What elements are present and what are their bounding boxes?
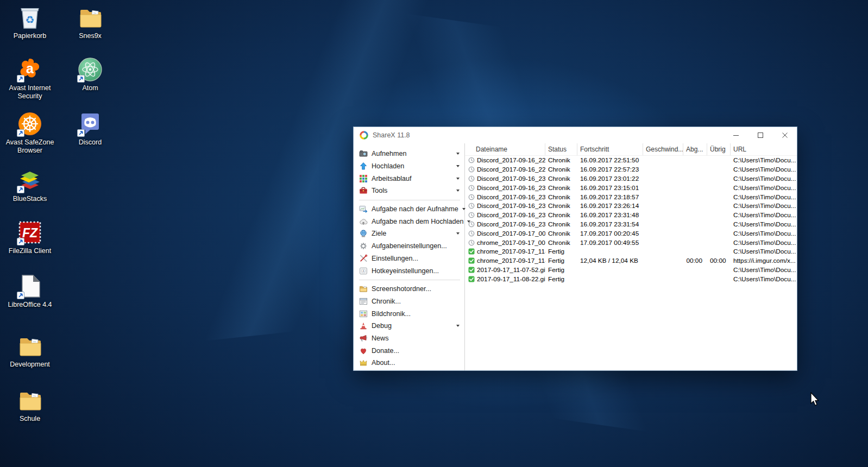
menu-separator xyxy=(359,280,460,280)
cell-url: C:\Users\Timo\Docu... xyxy=(731,266,797,274)
task-row[interactable]: Discord_2017-09-16_23-...Chronik16.09.20… xyxy=(465,174,797,184)
task-row[interactable]: 2017-09-17_11-07-52.gifFertigC:\Users\Ti… xyxy=(465,266,797,275)
cell-filename: Discord_2017-09-17_00-... xyxy=(465,230,545,237)
task-row[interactable]: chrome_2017-09-17_00-...Chronik17.09.201… xyxy=(465,238,797,247)
history-icon xyxy=(468,185,475,191)
task-row[interactable]: Discord_2017-09-16_23-...Chronik16.09.20… xyxy=(465,211,797,220)
cell-filename: 2017-09-17_11-08-22.gif xyxy=(465,275,545,283)
menu-item-debug[interactable]: Debug xyxy=(354,320,464,332)
close-button[interactable] xyxy=(772,127,797,143)
filename-text: 2017-09-17_11-08-22.gif xyxy=(477,275,545,283)
column-header-dateiname[interactable]: Dateiname xyxy=(465,143,545,155)
desktop[interactable]: ♻PapierkorbSnes9xaAvast Internet Securit… xyxy=(0,0,868,467)
cell-status: Chronik xyxy=(545,184,577,192)
menu-item-news[interactable]: News xyxy=(354,332,464,345)
about-icon xyxy=(359,358,368,367)
menu-item-aufgabe-nach-dem-hochladen[interactable]: Aufgabe nach dem Hochladen xyxy=(354,215,464,228)
column-header-fortschritt[interactable]: Fortschritt xyxy=(577,143,643,155)
desktop-icon-avast-internet-security[interactable]: aAvast Internet Security xyxy=(5,56,55,100)
dropdown-arrow-icon xyxy=(456,165,460,167)
cell-url: C:\Users\Timo\Docu... xyxy=(731,184,797,192)
minimize-button[interactable] xyxy=(724,127,748,143)
discord-icon xyxy=(77,111,103,137)
cell-progress: 16.09.2017 22:51:50 xyxy=(577,156,643,164)
desktop-icon-label: BlueStacks xyxy=(2,195,58,203)
cell-status: Fertig xyxy=(545,257,577,264)
task-row[interactable]: chrome_2017-09-17_11-...FertigC:\Users\T… xyxy=(465,247,797,256)
desktop-icon-snes9x[interactable]: Snes9x xyxy=(65,4,115,40)
menu-item-about[interactable]: About... xyxy=(354,357,464,369)
cell-progress: 17.09.2017 00:49:55 xyxy=(577,239,643,247)
desktop-icon-schule[interactable]: Schule xyxy=(5,387,55,423)
task-row[interactable]: Discord_2017-09-16_23-...Chronik16.09.20… xyxy=(465,183,797,192)
sharex-logo-icon xyxy=(360,131,368,140)
desktop-icon-label: Atom xyxy=(62,84,118,92)
desktop-icon-bluestacks[interactable]: BlueStacks xyxy=(5,167,55,203)
cell-status: Chronik xyxy=(545,193,577,201)
task-row[interactable]: Discord_2017-09-16_23-...Chronik16.09.20… xyxy=(465,201,797,211)
cell-progress: 16.09.2017 23:18:57 xyxy=(577,193,643,201)
cell-progress: 16.09.2017 22:57:23 xyxy=(577,166,643,173)
titlebar[interactable]: ShareX 11.8 xyxy=(354,127,797,143)
shortcut-arrow-icon xyxy=(17,238,24,245)
desktop-icon-avast-safezone-browser[interactable]: Avast SafeZone Browser xyxy=(5,111,55,155)
desktop-icon-label: Papierkorb xyxy=(2,32,58,40)
task-row[interactable]: Discord_2017-09-16_22-...Chronik16.09.20… xyxy=(465,165,797,174)
task-row[interactable]: Discord_2017-09-16_23-...Chronik16.09.20… xyxy=(465,192,797,201)
cell-url: C:\Users\Timo\Docu... xyxy=(731,275,797,283)
column-header-abg[interactable]: Abg... xyxy=(683,143,707,155)
menu-item-hotkeyeinstellungen[interactable]: AHotkeyeinstellungen... xyxy=(354,264,464,277)
menu-item-aufnehmen[interactable]: Aufnehmen xyxy=(354,148,464,160)
cell-url: C:\Users\Timo\Docu... xyxy=(731,193,797,201)
column-header-status[interactable]: Status xyxy=(545,143,577,155)
cell-progress: 16.09.2017 23:15:01 xyxy=(577,184,643,192)
image-history-icon xyxy=(359,310,368,318)
cell-status: Chronik xyxy=(545,230,577,237)
menu-item-label: Ziele xyxy=(372,230,386,237)
task-row[interactable]: Discord_2017-09-17_00-...Chronik17.09.20… xyxy=(465,229,797,238)
column-header-übrig[interactable]: Übrig xyxy=(707,143,731,155)
task-row[interactable]: Discord_2017-09-16_23-...Chronik16.09.20… xyxy=(465,220,797,229)
filename-text: chrome_2017-09-17_11-... xyxy=(477,248,545,255)
bluestacks-icon xyxy=(17,167,43,193)
maximize-button[interactable] xyxy=(748,127,772,143)
workflow-icon xyxy=(359,174,368,183)
desktop-icon-development[interactable]: Development xyxy=(5,333,55,369)
menu-item-einstellungen[interactable]: Einstellungen... xyxy=(354,253,464,265)
desktop-icon-atom[interactable]: Atom xyxy=(65,56,115,92)
task-row[interactable]: chrome_2017-09-17_11-...Fertig12,04 KB /… xyxy=(465,256,797,266)
menu-item-bildchronik[interactable]: Bildchronik... xyxy=(354,307,464,320)
desktop-icon-label: Snes9x xyxy=(62,32,118,40)
column-header-geschwind[interactable]: Geschwind... xyxy=(643,143,683,155)
check-icon xyxy=(468,257,475,264)
desktop-icon-libreoffice-4-4[interactable]: LibreOffice 4.4 xyxy=(5,273,55,309)
filename-text: 2017-09-17_11-07-52.gif xyxy=(477,266,545,274)
desktop-icon-label: LibreOffice 4.4 xyxy=(2,301,58,309)
menu-item-tools[interactable]: Tools xyxy=(354,185,464,197)
task-list: DateinameStatusFortschrittGeschwind...Ab… xyxy=(465,143,797,370)
menu-item-hochladen[interactable]: Hochladen xyxy=(354,160,464,173)
menu-item-donate[interactable]: Donate... xyxy=(354,344,464,357)
task-row[interactable]: 2017-09-17_11-08-22.gifFertigC:\Users\Ti… xyxy=(465,274,797,283)
menu-item-chronik[interactable]: Chronik... xyxy=(354,295,464,308)
menu-item-ziele[interactable]: Ziele xyxy=(354,228,464,240)
desktop-icon-label: Schule xyxy=(2,415,58,423)
atom-icon xyxy=(77,56,103,83)
desktop-icon-discord[interactable]: Discord xyxy=(65,111,115,147)
column-header-url[interactable]: URL xyxy=(731,143,797,155)
desktop-icon-filezilla-client[interactable]: FZFileZilla Client xyxy=(5,219,55,255)
cell-filename: chrome_2017-09-17_00-... xyxy=(465,239,545,247)
cell-filename: Discord_2017-09-16_23-... xyxy=(465,211,545,219)
menu-item-label: Debug xyxy=(372,322,392,330)
cell-url: C:\Users\Timo\Docu... xyxy=(731,248,797,255)
cell-url: C:\Users\Timo\Docu... xyxy=(731,156,797,164)
task-row[interactable]: Discord_2017-09-16_22-...Chronik16.09.20… xyxy=(465,156,797,165)
cell-filename: 2017-09-17_11-07-52.gif xyxy=(465,266,545,274)
desktop-icon-papierkorb[interactable]: ♻Papierkorb xyxy=(5,4,55,40)
menu-item-screenshotordner[interactable]: Screenshotordner... xyxy=(354,283,464,295)
menu-item-aufgabeneinstellungen[interactable]: Aufgabeneinstellungen... xyxy=(354,240,464,253)
desktop-icon-label: Avast SafeZone Browser xyxy=(2,138,58,155)
menu-item-arbeitsablauf[interactable]: Arbeitsablauf xyxy=(354,172,464,185)
menu-item-aufgabe-nach-der-aufnahme[interactable]: Aufgabe nach der Aufnahme xyxy=(354,203,464,216)
window-controls xyxy=(724,127,797,143)
